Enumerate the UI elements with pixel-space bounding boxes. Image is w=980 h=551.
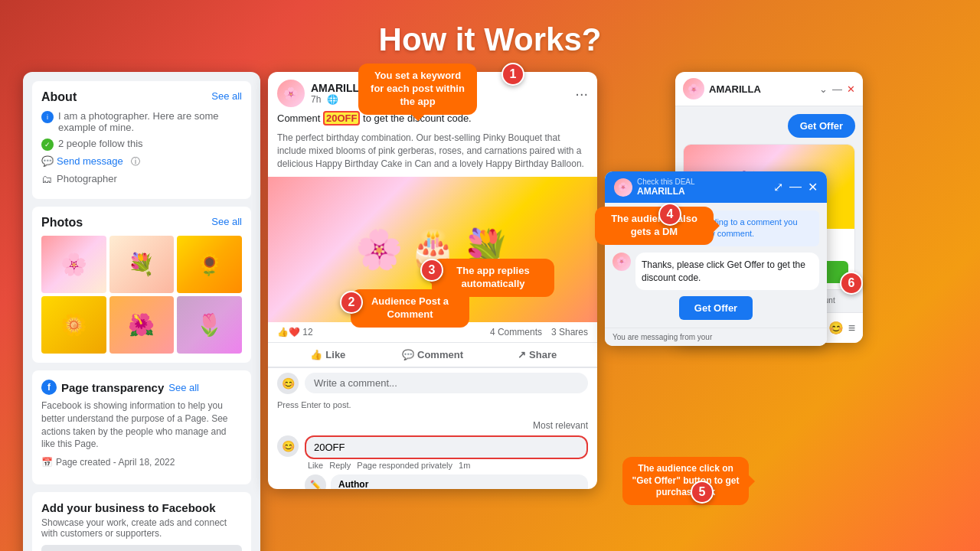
chat-user-avatar: 🌸 bbox=[614, 178, 632, 197]
dm-chevron-icon[interactable]: ⌄ bbox=[819, 83, 828, 95]
comment-time: 1m bbox=[459, 461, 470, 470]
author-reply-row: ✏️ Author Discount code has been sent to… bbox=[305, 474, 588, 489]
dm-user-name: AMARILLA bbox=[709, 83, 761, 95]
post-more-button[interactable]: ··· bbox=[575, 85, 588, 103]
author-avatar: ✏️ bbox=[305, 474, 326, 489]
author-reply-content: Author Discount code has been sent to yo… bbox=[331, 474, 588, 489]
chat-minimize-icon[interactable]: — bbox=[789, 180, 802, 194]
fb-logo-icon: f bbox=[41, 380, 57, 395]
add-business-text: Showcase your work, create ads and conne… bbox=[41, 517, 242, 539]
create-page-button[interactable]: Create Page bbox=[41, 545, 242, 551]
step-6-circle: 6 bbox=[840, 272, 863, 295]
dm-get-offer-row: Get Offer bbox=[683, 114, 855, 138]
comment-prompt: Comment bbox=[277, 112, 320, 124]
info-icon: i bbox=[41, 111, 54, 123]
photo-5[interactable]: 🌺 bbox=[109, 296, 175, 354]
photo-2[interactable]: 💐 bbox=[109, 236, 175, 293]
about-item-job: 🗂 Photographer bbox=[41, 173, 242, 185]
step-5-circle: 5 bbox=[691, 481, 714, 504]
post-actions: 👍 Like 💬 Comment ↗ Share bbox=[268, 343, 597, 367]
chat-controls: ⤢ — ✕ bbox=[773, 180, 818, 194]
photo-4[interactable]: 🌼 bbox=[41, 296, 106, 354]
add-business-section: Add your business to Facebook Showcase y… bbox=[32, 492, 251, 551]
calendar-icon: 📅 bbox=[41, 457, 53, 468]
photo-1[interactable]: 🌸 bbox=[41, 236, 106, 293]
callout-1-text: You set a keyword for each post within t… bbox=[371, 70, 465, 107]
info-circle-icon: ⓘ bbox=[131, 155, 140, 168]
chat-expand-icon[interactable]: ⤢ bbox=[773, 180, 783, 194]
about-item-1: i I am a photographer. Here are some exa… bbox=[41, 110, 242, 133]
photo-3[interactable]: 🌻 bbox=[177, 236, 242, 293]
commenter-avatar-1: 😊 bbox=[277, 435, 299, 457]
chat-title-area: 🌸 Check this DEAL AMARILLA bbox=[614, 178, 695, 197]
callout-1-arrow bbox=[412, 115, 424, 121]
about-item-msg: 💬 Send message ⓘ bbox=[41, 155, 242, 168]
photos-title-row: Photos See all bbox=[41, 216, 242, 230]
step-4-circle: 4 bbox=[658, 203, 681, 226]
comments-section: Most relevant 😊 20OFF Like Reply Page re… bbox=[268, 414, 597, 489]
dm-emoji-icon[interactable]: 😊 bbox=[828, 321, 844, 335]
like-button[interactable]: 👍 Like bbox=[277, 344, 379, 365]
chat-msg-avatar: 🌸 bbox=[612, 253, 631, 271]
post-counts: 4 Comments 3 Shares bbox=[490, 327, 588, 337]
step-3-circle: 3 bbox=[420, 259, 443, 282]
comment-reply-action[interactable]: Reply bbox=[329, 461, 351, 470]
about-see-all[interactable]: See all bbox=[211, 90, 242, 104]
chat-close-icon[interactable]: ✕ bbox=[808, 180, 818, 194]
photos-see-all[interactable]: See all bbox=[211, 216, 242, 230]
post-reactions: 👍❤️ 12 bbox=[277, 327, 313, 337]
main-container: About See all i I am a photographer. Her… bbox=[0, 72, 980, 551]
comment-sort[interactable]: Most relevant bbox=[277, 420, 588, 431]
share-label: Share bbox=[529, 349, 557, 360]
share-icon: ↗ bbox=[518, 349, 526, 360]
write-comment-area: 😊 Write a comment... bbox=[268, 367, 597, 399]
comment-actions-1: Like Reply Page responded privately 1m bbox=[305, 461, 588, 470]
comment-like-action[interactable]: Like bbox=[308, 461, 323, 470]
photo-6[interactable]: 🌷 bbox=[177, 296, 242, 354]
send-message-link[interactable]: 💬 Send message bbox=[41, 155, 123, 167]
callout-4-arrow bbox=[714, 220, 720, 232]
check-deal-label: Check this DEAL bbox=[637, 178, 695, 186]
share-button[interactable]: ↗ Share bbox=[486, 344, 588, 365]
flower-emoji-4: 🌼 bbox=[41, 296, 106, 354]
photos-grid: 🌸 💐 🌻 🌼 🌺 🌷 bbox=[41, 236, 242, 354]
transparency-section: f Page transparency See all Facebook is … bbox=[32, 370, 251, 484]
chat-message-bubble: Thanks, please click Get Offer to get th… bbox=[635, 253, 819, 291]
chat-message-row: 🌸 Thanks, please click Get Offer to get … bbox=[612, 253, 819, 291]
callout-1: You set a keyword for each post within t… bbox=[358, 64, 477, 115]
comment-label: Comment bbox=[417, 349, 463, 360]
callout-5: The audience click on "Get Offer" button… bbox=[622, 457, 749, 505]
get-offer-button[interactable]: Get Offer bbox=[679, 296, 753, 320]
about-section: About See all i I am a photographer. Her… bbox=[32, 81, 251, 199]
callout-2-text: Audience Post a Comment bbox=[371, 295, 449, 320]
post-description: The perfect birthday combination. Our be… bbox=[268, 132, 597, 176]
callout-5-text: The audience click on "Get Offer" button… bbox=[632, 463, 739, 497]
chat-amarilla-label: AMARILLA bbox=[637, 186, 695, 197]
step-1-circle: 1 bbox=[501, 63, 524, 86]
chat-header: 🌸 Check this DEAL AMARILLA ⤢ — ✕ bbox=[605, 171, 827, 203]
dm-user-avatar: 🌸 bbox=[683, 78, 704, 99]
comment-input[interactable]: Write a comment... bbox=[305, 373, 588, 393]
dm-close-icon[interactable]: ✕ bbox=[847, 83, 855, 95]
about-item-2: ✓ 2 people follow this bbox=[41, 138, 242, 151]
page-title: How it Works? bbox=[0, 0, 980, 72]
about-text-1: I am a photographer. Here are some examp… bbox=[58, 110, 242, 133]
panel-inner: About See all i I am a photographer. Her… bbox=[23, 72, 260, 551]
globe-icon: 🌐 bbox=[327, 94, 338, 105]
briefcase-icon: 🗂 bbox=[41, 173, 52, 185]
comment-bubble-1: 20OFF bbox=[305, 435, 588, 459]
transparency-text: Facebook is showing information to help … bbox=[41, 399, 242, 451]
dm-menu-icon[interactable]: ≡ bbox=[848, 321, 855, 335]
flower-emoji-5: 🌺 bbox=[109, 296, 175, 354]
flower-emoji-6: 🌷 bbox=[177, 296, 242, 354]
check-icon: ✓ bbox=[41, 139, 54, 151]
dm-get-offer-button[interactable]: Get Offer bbox=[788, 114, 855, 138]
photos-label: Photos bbox=[41, 216, 83, 230]
comment-1: 😊 20OFF Like Reply Page responded privat… bbox=[277, 435, 588, 489]
flower-emoji-3: 🌻 bbox=[177, 236, 242, 293]
callout-3: The app replies automatically bbox=[432, 259, 554, 297]
dm-minimize-icon[interactable]: — bbox=[832, 83, 842, 95]
comment-button[interactable]: 💬 Comment bbox=[382, 344, 484, 365]
transparency-see-all[interactable]: See all bbox=[168, 382, 199, 393]
get-offer-btn-row: Get Offer bbox=[612, 296, 819, 320]
